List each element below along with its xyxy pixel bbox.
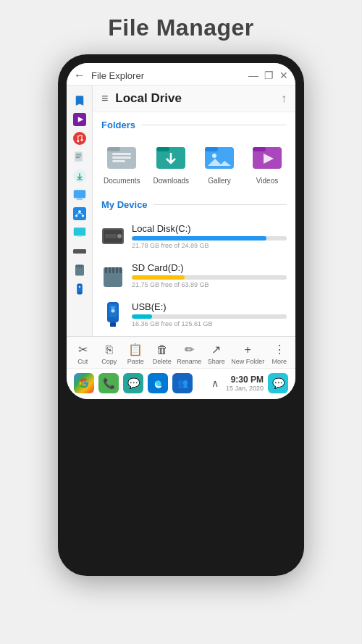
svg-rect-51 (116, 267, 118, 273)
svg-point-29 (78, 286, 80, 288)
sidebar-icon-0[interactable] (70, 91, 89, 110)
toolbar-btn-rename[interactable]: ✏ Rename (177, 343, 201, 365)
toolbar-btn-more[interactable]: ⋮ More (268, 343, 291, 365)
folder-item-videos[interactable]: Videos (250, 139, 285, 185)
sidebar-icon-4[interactable] (70, 167, 89, 185)
phone-icon[interactable]: 📞 (98, 373, 119, 393)
phone-shell: ← File Explorer — ❐ ✕ ≡ (58, 54, 304, 576)
menu-icon[interactable]: ≡ (101, 92, 108, 105)
device-info-1: SD Card(D:) 21.75 GB free of 63.89 GB (132, 262, 287, 288)
svg-rect-21 (77, 236, 82, 238)
toolbar-icon-1: ⎘ (106, 343, 113, 356)
close-button[interactable]: ✕ (279, 70, 288, 81)
svg-rect-25 (78, 265, 80, 268)
svg-rect-26 (80, 265, 82, 268)
messages-icon[interactable]: 💬 (123, 373, 143, 393)
device-item-0[interactable]: Local Disk(C:) 21.78 GB free of 24.89 GB (101, 217, 287, 255)
svg-rect-50 (112, 267, 114, 273)
svg-rect-38 (205, 147, 218, 151)
folder-item-downloads[interactable]: Downloads (153, 139, 189, 185)
svg-point-39 (212, 154, 216, 158)
toolbar-label-6: New Folder (231, 358, 264, 365)
svg-rect-48 (105, 267, 107, 273)
svg-point-56 (111, 309, 115, 313)
sidebar-icon-8[interactable] (70, 242, 89, 261)
panel-title: Local Drive (115, 91, 281, 106)
toolbar-btn-paste[interactable]: 📋 Paste (124, 343, 147, 365)
svg-rect-32 (112, 153, 131, 155)
sidebar-icon-5[interactable] (70, 185, 89, 204)
folder-icon-documents (104, 139, 139, 174)
progress-bar-fill-2 (132, 314, 152, 319)
toolbar-btn-delete[interactable]: 🗑 Delete (151, 343, 174, 365)
toolbar-label-0: Cut (77, 358, 88, 365)
toolbar-label-5: Share (208, 358, 225, 365)
svg-rect-24 (76, 265, 77, 268)
svg-point-2 (73, 132, 86, 145)
page-wrapper: File Manager ← File Explorer — ❐ ✕ (0, 0, 362, 644)
toolbar-icon-5: ↗ (211, 343, 221, 356)
sidebar-icon-7[interactable] (70, 223, 89, 242)
sidebar-icon-3[interactable] (70, 148, 89, 167)
sidebar-icon-1[interactable] (70, 110, 89, 129)
chevron-icon: ∧ (211, 377, 219, 389)
device-storage-text-1: 21.75 GB free of 63.89 GB (132, 281, 287, 288)
device-name-1: SD Card(D:) (132, 262, 287, 273)
device-item-1[interactable]: SD Card(D:) 21.75 GB free of 63.89 GB (101, 256, 287, 294)
svg-rect-41 (253, 147, 266, 151)
toolbar-icon-7: ⋮ (274, 343, 285, 356)
sidebar-icon-9[interactable] (70, 261, 89, 280)
svg-rect-10 (77, 180, 83, 180)
minimize-button[interactable]: — (248, 70, 258, 81)
svg-rect-22 (73, 249, 86, 254)
folder-item-documents[interactable]: Documents (104, 139, 140, 185)
progress-bar-bg-0 (132, 236, 287, 241)
sidebar-icon-6[interactable] (70, 204, 89, 223)
svg-rect-12 (77, 198, 82, 200)
system-time: 9:30 PM (226, 375, 264, 385)
sidebar-icon-2[interactable] (70, 129, 89, 148)
svg-rect-20 (73, 227, 85, 235)
device-storage-text-2: 16.36 GB free of 125.61 GB (132, 320, 287, 327)
svg-point-4 (80, 139, 83, 141)
svg-rect-6 (75, 154, 81, 155)
app-title: File Explorer (91, 70, 248, 81)
chat-icon[interactable]: 💬 (268, 373, 288, 393)
svg-rect-8 (75, 157, 79, 158)
people-icon[interactable]: 👥 (172, 373, 193, 393)
device-icon-0 (101, 225, 125, 248)
google-icon[interactable] (74, 373, 94, 393)
edge-icon[interactable] (148, 373, 168, 393)
back-button[interactable]: ← (74, 69, 85, 82)
folder-label-documents: Documents (104, 177, 140, 185)
device-item-2[interactable]: USB(E:) 16.36 GB free of 125.61 GB (101, 296, 287, 333)
device-icon-2 (101, 303, 125, 326)
folder-item-gallery[interactable]: Gallery (202, 139, 237, 185)
system-bar: 📞 💬 👥 ∧ 9:30 PM 15 Jan, 2020 💬 (67, 368, 295, 399)
toolbar-btn-new-folder[interactable]: + New Folder (231, 343, 264, 365)
folder-label-downloads: Downloads (153, 177, 189, 185)
svg-rect-57 (110, 322, 116, 327)
sidebar (67, 85, 93, 336)
svg-rect-31 (107, 147, 120, 151)
device-name-2: USB(E:) (132, 301, 287, 312)
svg-rect-7 (75, 156, 81, 156)
panel-header: ≡ Local Drive ↑ (93, 85, 295, 112)
sidebar-icon-10[interactable] (70, 280, 89, 298)
svg-point-17 (82, 215, 84, 217)
toolbar-btn-cut[interactable]: ✂ Cut (71, 343, 94, 365)
svg-rect-49 (109, 267, 111, 273)
svg-rect-14 (73, 207, 86, 220)
toolbar-btn-share[interactable]: ↗ Share (205, 343, 228, 365)
toolbar-icon-4: ✏ (185, 343, 194, 356)
toolbar-btn-copy[interactable]: ⎘ Copy (98, 343, 121, 365)
folder-icon-gallery (202, 139, 237, 174)
svg-rect-55 (111, 306, 115, 309)
up-arrow-button[interactable]: ↑ (281, 92, 287, 105)
app-content: ≡ Local Drive ↑ Folders Documents Downlo… (67, 85, 295, 336)
device-storage-text-0: 21.78 GB free of 24.89 GB (132, 242, 287, 249)
toolbar-label-1: Copy (101, 358, 117, 365)
restore-button[interactable]: ❐ (264, 70, 274, 81)
svg-rect-45 (105, 234, 117, 238)
svg-point-15 (78, 210, 81, 213)
